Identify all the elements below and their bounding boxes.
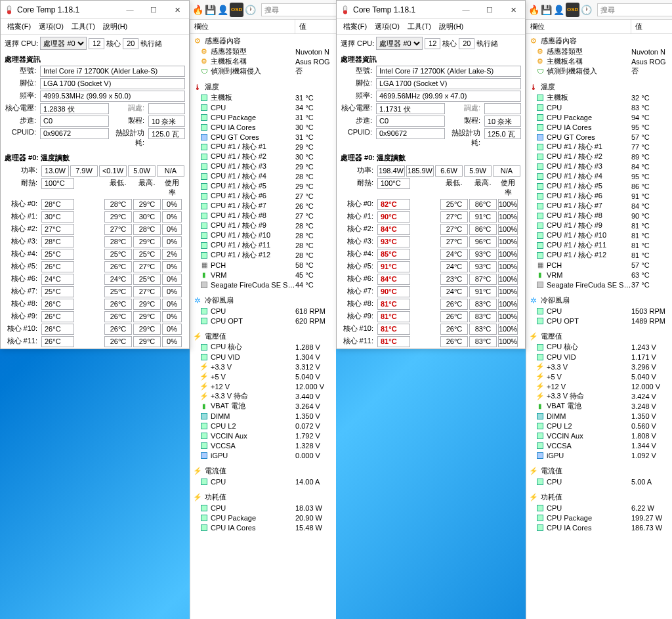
tree-item[interactable]: CPU GT Cores31 °C bbox=[190, 132, 336, 142]
tree-item[interactable]: CPU14.00 A bbox=[190, 477, 336, 486]
tree-item[interactable]: ▦PCH58 °C bbox=[190, 260, 336, 270]
tree-item[interactable]: CPU #1 / 核心 #1081 °C bbox=[526, 230, 672, 240]
tree-item[interactable]: CPU L20.072 V bbox=[190, 421, 336, 431]
tree-item[interactable]: CPU #1 / 核心 #495 °C bbox=[526, 171, 672, 181]
tree-item[interactable]: Seagate FireCuda SE SSD ZP...44 °C bbox=[190, 280, 336, 289]
tree-item[interactable]: CPU #1 / 核心 #1181 °C bbox=[526, 240, 672, 250]
thread-count[interactable] bbox=[123, 38, 138, 49]
fire-icon[interactable]: 🔥 bbox=[192, 3, 203, 17]
cpu-select[interactable]: 處理器 #0 bbox=[40, 37, 87, 50]
tree-item[interactable]: CPU OPT1489 RPM bbox=[526, 316, 672, 326]
search-input[interactable] bbox=[597, 3, 672, 16]
menu-tools[interactable]: 工具(T) bbox=[68, 20, 99, 33]
tree-item[interactable]: CPU #1 / 核心 #784 °C bbox=[526, 201, 672, 211]
tree-item[interactable]: CPU18.03 W bbox=[190, 503, 336, 513]
tree-item[interactable]: ⚡+3.3 V 待命3.424 V bbox=[526, 391, 672, 401]
tree-item[interactable]: CPU #1 / 核心 #981 °C bbox=[526, 221, 672, 230]
tree-item[interactable]: CPU #1 / 核心 #928 °C bbox=[190, 221, 336, 230]
tree-item[interactable]: CPU L20.560 V bbox=[526, 421, 672, 431]
close-button[interactable]: ✕ bbox=[501, 1, 525, 18]
tree-item[interactable]: CPU83 °C bbox=[526, 102, 672, 112]
tree-item[interactable]: CPU GT Cores57 °C bbox=[526, 132, 672, 142]
tree-item[interactable]: ▮VRM63 °C bbox=[526, 270, 672, 280]
tree-item[interactable]: CPU #1 / 核心 #329 °C bbox=[190, 161, 336, 171]
menu-options[interactable]: 選項(O) bbox=[35, 20, 68, 33]
thread-count[interactable] bbox=[459, 38, 474, 49]
maximize-button[interactable]: ☐ bbox=[478, 1, 501, 18]
tree-item[interactable]: CPU #1 / 核心 #827 °C bbox=[190, 211, 336, 221]
clock-icon[interactable]: 🕐 bbox=[581, 3, 592, 17]
tree-item[interactable]: CPU IA Cores95 °C bbox=[526, 122, 672, 132]
tree-item[interactable]: CPU1503 RPM bbox=[526, 306, 672, 316]
tree-item[interactable]: ⚙主機板名稱Asus ROG bbox=[190, 56, 336, 66]
tree-item[interactable]: DIMM1.350 V bbox=[526, 411, 672, 421]
tree-item[interactable]: CPU618 RPM bbox=[190, 306, 336, 316]
maximize-button[interactable]: ☐ bbox=[142, 1, 165, 18]
tree-item[interactable]: CPU6.22 W bbox=[526, 503, 672, 513]
tree-item[interactable]: ▮VRM45 °C bbox=[190, 270, 336, 280]
tree-item[interactable]: CPU #1 / 核心 #428 °C bbox=[190, 171, 336, 181]
tree-item[interactable]: CPU #1 / 核心 #384 °C bbox=[526, 161, 672, 171]
section-volt[interactable]: ⚡電壓值 bbox=[190, 331, 336, 342]
tree-item[interactable]: CPU #1 / 核心 #627 °C bbox=[190, 191, 336, 201]
tree-item[interactable]: VCCSA1.344 V bbox=[526, 440, 672, 450]
minimize-button[interactable]: — bbox=[454, 1, 478, 18]
tree-item[interactable]: ⚡+5 V5.040 V bbox=[526, 372, 672, 381]
tree-item[interactable]: VCCSA1.328 V bbox=[190, 440, 336, 450]
tree-item[interactable]: ⚡+3.3 V 待命3.440 V bbox=[190, 391, 336, 401]
tree-item[interactable]: VCCIN Aux1.808 V bbox=[526, 431, 672, 440]
menu-help[interactable]: 說明(H) bbox=[435, 20, 467, 33]
core-count[interactable] bbox=[425, 38, 440, 49]
tree-item[interactable]: CPU Package20.90 W bbox=[190, 513, 336, 523]
section-pow[interactable]: ⚡功耗值 bbox=[526, 492, 672, 503]
menu-options[interactable]: 選項(O) bbox=[371, 20, 404, 33]
menu-file[interactable]: 檔案(F) bbox=[3, 20, 35, 33]
tree-item[interactable]: 主機板32 °C bbox=[526, 93, 672, 102]
tree-item[interactable]: CPU 核心1.243 V bbox=[526, 342, 672, 352]
tree-item[interactable]: ⚙感應器類型Nuvoton N bbox=[190, 47, 336, 56]
tree-item[interactable]: CPU Package94 °C bbox=[526, 112, 672, 122]
tree-item[interactable]: ▮VBAT 電池3.264 V bbox=[190, 401, 336, 411]
minimize-button[interactable]: — bbox=[118, 1, 142, 18]
section-sensor[interactable]: ⚙感應器內容 bbox=[190, 35, 336, 47]
tree-item[interactable]: CPU 核心1.288 V bbox=[190, 342, 336, 352]
tree-item[interactable]: iGPU0.000 V bbox=[190, 450, 336, 460]
tree-item[interactable]: CPU #1 / 核心 #691 °C bbox=[526, 191, 672, 201]
fire-icon[interactable]: 🔥 bbox=[528, 3, 539, 17]
tree-item[interactable]: CPU5.00 A bbox=[526, 477, 672, 486]
tree-item[interactable]: ⚡+12 V12.000 V bbox=[526, 381, 672, 391]
core-count[interactable] bbox=[89, 38, 104, 49]
tree-item[interactable]: ▮VBAT 電池3.248 V bbox=[526, 401, 672, 411]
tree-item[interactable]: DIMM1.350 V bbox=[190, 411, 336, 421]
tree-item[interactable]: ⚡+3.3 V3.312 V bbox=[190, 362, 336, 372]
tree-item[interactable]: VCCIN Aux1.792 V bbox=[190, 431, 336, 440]
tree-item[interactable]: ▦PCH57 °C bbox=[526, 260, 672, 270]
tree-item[interactable]: CPU #1 / 核心 #1028 °C bbox=[190, 230, 336, 240]
tree-item[interactable]: CPU VID1.171 V bbox=[526, 352, 672, 362]
tree-item[interactable]: ⚙感應器類型Nuvoton N bbox=[526, 47, 672, 56]
section-volt[interactable]: ⚡電壓值 bbox=[526, 331, 672, 342]
tree-item[interactable]: ⚡+12 V12.000 V bbox=[190, 381, 336, 391]
tree-item[interactable]: CPU Package31 °C bbox=[190, 112, 336, 122]
tree-item[interactable]: CPU OPT620 RPM bbox=[190, 316, 336, 326]
osd-icon[interactable]: OSD bbox=[230, 3, 243, 17]
tree-item[interactable]: 主機板31 °C bbox=[190, 93, 336, 102]
tree-item[interactable]: CPU #1 / 核心 #289 °C bbox=[526, 152, 672, 161]
tree-item[interactable]: 🛡偵測到機箱侵入否 bbox=[190, 66, 336, 76]
tree-item[interactable]: CPU IA Cores186.73 W bbox=[526, 523, 672, 532]
tree-item[interactable]: Seagate FireCuda SE SSD ZP...37 °C bbox=[526, 280, 672, 289]
tree-item[interactable]: 🛡偵測到機箱侵入否 bbox=[526, 66, 672, 76]
tree-item[interactable]: CPU34 °C bbox=[190, 102, 336, 112]
tree-item[interactable]: ⚡+3.3 V3.296 V bbox=[526, 362, 672, 372]
section-amp[interactable]: ⚡電流值 bbox=[190, 465, 336, 477]
tree-item[interactable]: iGPU1.092 V bbox=[526, 450, 672, 460]
tree-item[interactable]: CPU IA Cores30 °C bbox=[190, 122, 336, 132]
section-sensor[interactable]: ⚙感應器內容 bbox=[526, 35, 672, 47]
tree-item[interactable]: CPU #1 / 核心 #726 °C bbox=[190, 201, 336, 211]
titlebar[interactable]: Core Temp 1.18.1 — ☐ ✕ bbox=[337, 1, 525, 19]
save-disk-icon[interactable]: 💾 bbox=[541, 3, 552, 17]
menu-file[interactable]: 檔案(F) bbox=[339, 20, 371, 33]
section-fan[interactable]: ✲冷卻風扇 bbox=[526, 295, 672, 306]
tree-item[interactable]: CPU #1 / 核心 #177 °C bbox=[526, 142, 672, 152]
tree-item[interactable]: ⚡+5 V5.040 V bbox=[190, 372, 336, 381]
